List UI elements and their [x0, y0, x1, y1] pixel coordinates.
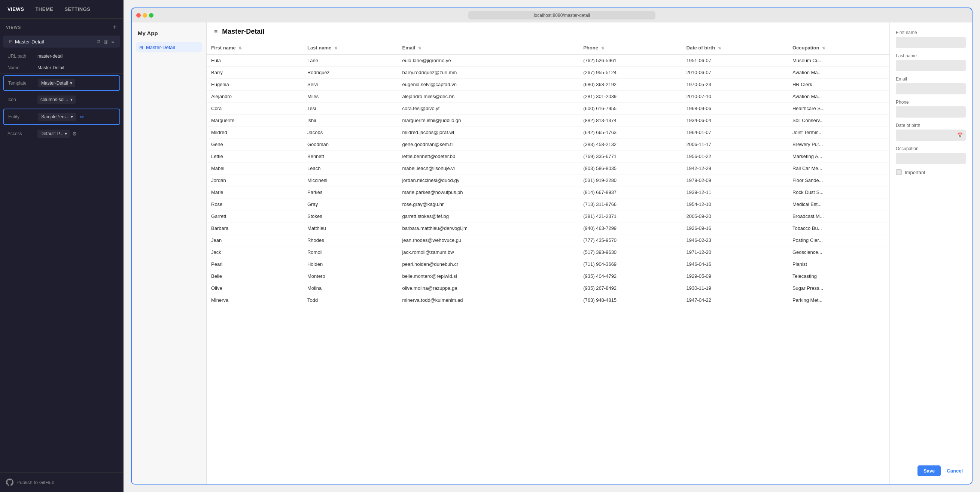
sort-first-name-icon[interactable]: ⇅: [239, 46, 242, 50]
menu-view-icon[interactable]: ≡: [111, 39, 114, 45]
table-row[interactable]: OliveMolinaolive.molina@razuppa.ga(935) …: [207, 282, 889, 294]
cell-email: mildred.jacobs@joraf.wf: [398, 127, 579, 139]
cell-phone: (777) 435-9570: [579, 234, 682, 246]
cancel-button[interactable]: Cancel: [944, 465, 966, 476]
save-button[interactable]: Save: [918, 465, 941, 476]
template-value: Master-Detail: [41, 81, 68, 86]
sort-dob-icon[interactable]: ⇅: [718, 46, 721, 50]
sort-email-icon[interactable]: ⇅: [418, 46, 421, 50]
table-row[interactable]: MarieParkesmarie.parkes@nowufpus.ph(814)…: [207, 186, 889, 199]
access-settings-button[interactable]: ⚙: [72, 131, 77, 137]
first-name-input[interactable]: [896, 37, 966, 48]
nav-item-label: Master-Detail: [146, 45, 175, 50]
table-row[interactable]: EulaLaneeula.lane@jigrormo.ye(762) 526-5…: [207, 55, 889, 67]
entity-edit-button[interactable]: ✏: [78, 112, 86, 121]
browser-minimize-dot[interactable]: [143, 13, 147, 18]
lock-icon: ⊟: [9, 39, 13, 44]
app-window: My App ⊞ Master-Detail ≡ Master-Detail: [131, 22, 972, 484]
table-row[interactable]: GeneGoodmangene.goodman@kem.tl(383) 458-…: [207, 139, 889, 151]
browser-maximize-dot[interactable]: [149, 13, 153, 18]
occupation-input[interactable]: [896, 153, 966, 164]
cell-last_name: Molina: [303, 282, 398, 294]
sidebar-nav-theme[interactable]: THEME: [35, 6, 53, 12]
cell-dob: 2006-11-17: [682, 139, 788, 151]
table-row[interactable]: CoraTesicora.tesi@bivo.yt(600) 616-79551…: [207, 103, 889, 115]
sort-occupation-icon[interactable]: ⇅: [822, 46, 825, 50]
master-detail-view-item[interactable]: ⊟ Master-Detail ⧉ 🗑 ≡: [3, 35, 120, 48]
sidebar-nav-views[interactable]: VIEWS: [8, 6, 24, 12]
cell-email: rose.gray@kagu.hr: [398, 199, 579, 210]
sort-phone-icon[interactable]: ⇅: [601, 46, 604, 50]
cell-first_name: Marguerite: [207, 115, 303, 127]
delete-view-icon[interactable]: 🗑: [103, 39, 108, 45]
table-row[interactable]: BarryRodriquezbarry.rodriquez@zun.mm(267…: [207, 67, 889, 79]
table-row[interactable]: MildredJacobsmildred.jacobs@joraf.wf(642…: [207, 127, 889, 139]
sidebar-footer[interactable]: Publish to GitHub: [0, 472, 123, 492]
table-body: EulaLaneeula.lane@jigrormo.ye(762) 526-5…: [207, 55, 889, 306]
phone-input[interactable]: [896, 106, 966, 118]
cell-last_name: Selvi: [303, 79, 398, 91]
detail-dob-field: Date of birth 📅: [896, 123, 966, 141]
col-occupation[interactable]: Occupation ⇅: [788, 41, 889, 55]
table-row[interactable]: JordanMiccinesijordan.miccinesi@duod.gy(…: [207, 175, 889, 186]
cell-email: garrett.stokes@fef.bg: [398, 210, 579, 223]
table-row[interactable]: MabelLeachmabel.leach@lisohuje.vi(803) 5…: [207, 162, 889, 175]
browser-close-dot[interactable]: [136, 13, 141, 18]
cell-phone: (935) 267-8492: [579, 282, 682, 294]
detail-first-name-field: First name: [896, 30, 966, 48]
table-row[interactable]: PearlHoldenpearl.holden@dunebuh.cr(711) …: [207, 258, 889, 270]
table-row[interactable]: GarrettStokesgarrett.stokes@fef.bg(381) …: [207, 210, 889, 223]
table-row[interactable]: BelleMonterobelle.montero@repiwid.si(935…: [207, 270, 889, 282]
table-row[interactable]: JeanRhodesjean.rhodes@wehovuce.gu(777) 4…: [207, 234, 889, 246]
sort-last-name-icon[interactable]: ⇅: [334, 46, 337, 50]
table-row[interactable]: MargueriteIshiimarguerite.ishii@judbilo.…: [207, 115, 889, 127]
address-bar[interactable]: localhost:8080/master-detail: [468, 11, 655, 19]
cell-occupation: Aviation Ma...: [788, 91, 889, 103]
table-header-row: First name ⇅ Last name ⇅ Email ⇅: [207, 41, 889, 55]
sidebar: VIEWS THEME SETTINGS VIEWS + ⊟ Master-De…: [0, 0, 124, 492]
access-prop: Access Default: P... ▾ ⚙: [0, 127, 123, 141]
col-last-name[interactable]: Last name ⇅: [303, 41, 398, 55]
cell-occupation: Posting Cler...: [788, 234, 889, 246]
app-nav-master-detail[interactable]: ⊞ Master-Detail: [136, 42, 202, 53]
table-row[interactable]: MinervaToddminerva.todd@kulmenim.ad(763)…: [207, 294, 889, 306]
cell-phone: (940) 463-7299: [579, 223, 682, 234]
cell-email: jean.rhodes@wehovuce.gu: [398, 234, 579, 246]
cell-first_name: Cora: [207, 103, 303, 115]
cell-dob: 1947-04-22: [682, 294, 788, 306]
table-row[interactable]: JackRomolijack.romoli@zamum.bw(517) 393-…: [207, 246, 889, 258]
hamburger-icon[interactable]: ≡: [214, 29, 218, 35]
table-row[interactable]: LettieBennettlettie.bennett@odeter.bb(76…: [207, 151, 889, 162]
col-dob[interactable]: Date of birth ⇅: [682, 41, 788, 55]
cell-dob: 2010-06-07: [682, 67, 788, 79]
table-row[interactable]: RoseGrayrose.gray@kagu.hr(713) 311-87661…: [207, 199, 889, 210]
cell-email: eugenia.selvi@capfad.vn: [398, 79, 579, 91]
template-select-dropdown[interactable]: Master-Detail ▾: [38, 79, 75, 87]
sidebar-nav-settings[interactable]: SETTINGS: [64, 6, 90, 12]
last-name-input[interactable]: [896, 60, 966, 71]
cell-email: marie.parkes@nowufpus.ph: [398, 186, 579, 199]
col-first-name[interactable]: First name ⇅: [207, 41, 303, 55]
important-checkbox[interactable]: [896, 169, 902, 175]
add-view-button[interactable]: +: [113, 23, 117, 31]
copy-view-icon[interactable]: ⧉: [97, 38, 100, 45]
view-name-label: Master-Detail: [15, 39, 44, 45]
table-row[interactable]: EugeniaSelvieugenia.selvi@capfad.vn(680)…: [207, 79, 889, 91]
col-email[interactable]: Email ⇅: [398, 41, 579, 55]
cell-dob: 2010-07-10: [682, 91, 788, 103]
cell-dob: 1968-09-06: [682, 103, 788, 115]
access-chevron-icon: ▾: [65, 131, 67, 136]
table-row[interactable]: AlejandroMilesalejandro.miles@dec.bn(281…: [207, 91, 889, 103]
cell-phone: (680) 368-2192: [579, 79, 682, 91]
cell-first_name: Garrett: [207, 210, 303, 223]
dob-input[interactable]: [896, 129, 966, 141]
cell-dob: 1929-05-09: [682, 270, 788, 282]
email-input[interactable]: [896, 83, 966, 94]
access-dropdown[interactable]: Default: P... ▾: [37, 129, 70, 138]
table-row[interactable]: BarbaraMatthieubarbara.matthieu@derwogi.…: [207, 223, 889, 234]
cell-phone: (803) 586-8035: [579, 162, 682, 175]
entity-badge[interactable]: SamplePers... ▾: [38, 113, 76, 121]
cell-dob: 1934-06-04: [682, 115, 788, 127]
col-phone[interactable]: Phone ⇅: [579, 41, 682, 55]
icon-select-dropdown[interactable]: columns-sol... ▾: [37, 96, 76, 104]
